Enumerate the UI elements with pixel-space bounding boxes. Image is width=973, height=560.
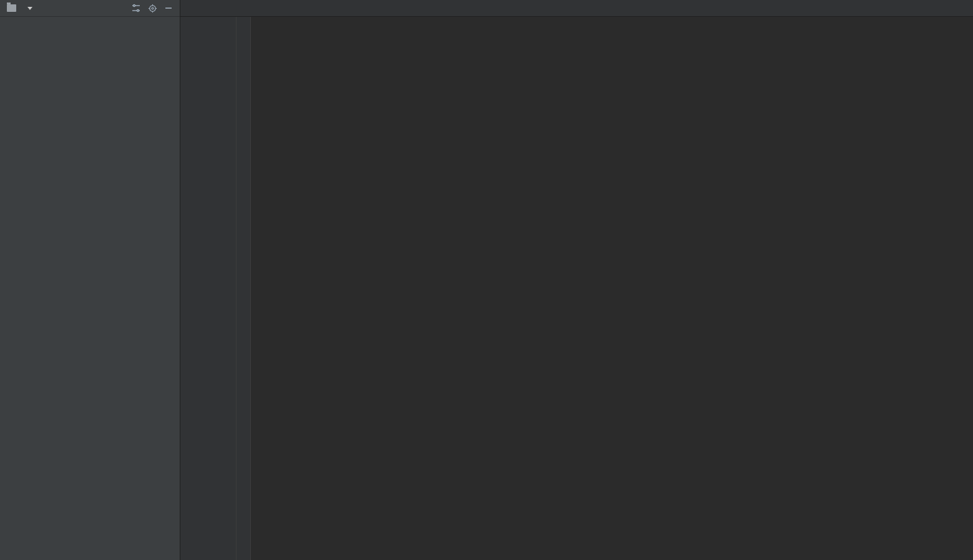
code-content[interactable] xyxy=(251,17,973,560)
project-header xyxy=(0,0,180,17)
editor-tabs xyxy=(180,0,973,17)
project-tree[interactable] xyxy=(0,17,180,560)
fold-column[interactable] xyxy=(237,17,251,560)
code-editor[interactable] xyxy=(180,17,973,560)
editor-area xyxy=(180,0,973,560)
minimize-icon[interactable] xyxy=(162,2,175,14)
svg-point-3 xyxy=(137,10,139,12)
svg-point-5 xyxy=(152,7,154,9)
svg-point-2 xyxy=(134,5,135,7)
svg-point-4 xyxy=(149,5,155,11)
dropdown-icon[interactable] xyxy=(27,7,32,10)
project-sidebar xyxy=(0,0,180,560)
gear-icon[interactable] xyxy=(146,2,159,14)
settings-sliders-icon[interactable] xyxy=(130,2,142,14)
line-number-gutter xyxy=(180,17,237,560)
project-folder-icon xyxy=(5,2,17,14)
